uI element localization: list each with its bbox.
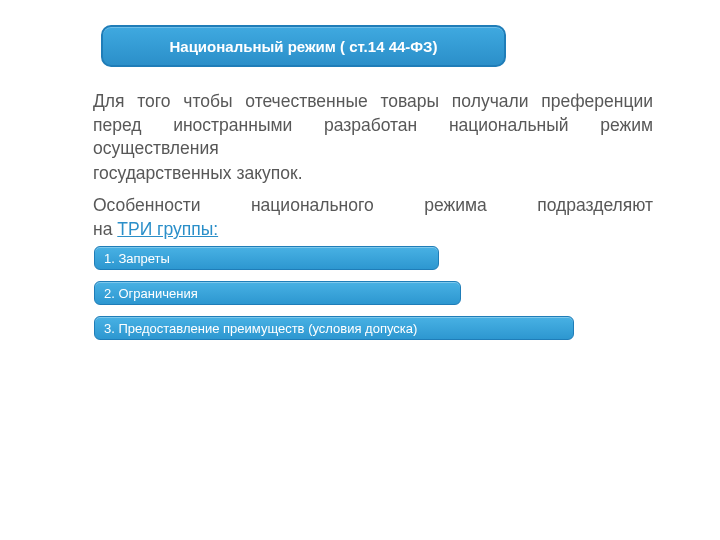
paragraph-1-lines: Для того чтобы отечественные товары полу… <box>93 90 653 161</box>
slide-title-box: Национальный режим ( ст.14 44-ФЗ) <box>101 25 506 67</box>
group-item-1-label: 1. Запреты <box>104 251 170 266</box>
paragraph-2-line2: на ТРИ группы: <box>93 218 653 242</box>
slide-title: Национальный режим ( ст.14 44-ФЗ) <box>169 38 437 55</box>
three-groups-link: ТРИ группы: <box>117 219 218 239</box>
group-item-1: 1. Запреты <box>94 246 439 270</box>
group-item-2-label: 2. Ограничения <box>104 286 198 301</box>
paragraph-1-end: государственных закупок. <box>93 162 653 186</box>
paragraph-2-line1: Особенности национального режима подразд… <box>93 194 653 218</box>
paragraph-2-prefix: на <box>93 219 117 239</box>
group-item-3: 3. Предоставление преимуществ (условия д… <box>94 316 574 340</box>
group-item-3-label: 3. Предоставление преимуществ (условия д… <box>104 321 417 336</box>
group-item-2: 2. Ограничения <box>94 281 461 305</box>
